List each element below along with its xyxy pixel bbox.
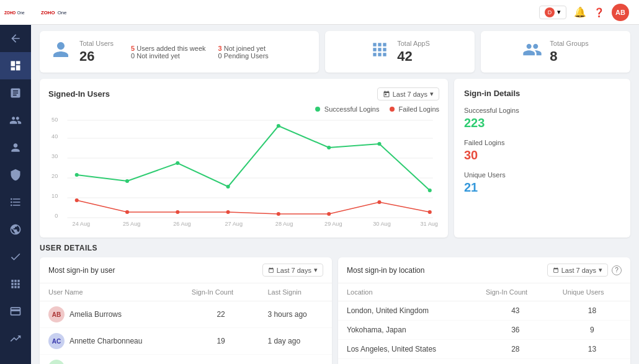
sidebar-item-roles[interactable] [0, 161, 31, 189]
location-table-filter[interactable]: Last 7 days ▾ [547, 264, 608, 277]
svg-text:26 Aug: 26 Aug [173, 221, 190, 227]
total-apps-card: Total AppS 42 [325, 31, 475, 73]
signin-details-card: Sign-in Details Successful Logins 223 Fa… [454, 79, 630, 237]
location-signin-table: Location Sign-In Count Unique Users Lond… [338, 283, 630, 364]
svg-text:10: 10 [51, 193, 58, 199]
sidebar-item-groups[interactable] [0, 107, 31, 134]
svg-text:27 Aug: 27 Aug [225, 221, 243, 227]
sidebar-item-reports[interactable] [0, 79, 31, 107]
svg-text:29 Aug: 29 Aug [324, 221, 342, 227]
col-unique-users: Unique Users [554, 283, 630, 301]
sidebar-item-analytics[interactable] [0, 325, 31, 352]
failed-logins-value: 30 [464, 148, 620, 162]
users-join-info: 3 Not joined yet 0 Pending Users [218, 45, 269, 60]
avatar: AB [48, 306, 65, 322]
notification-bell[interactable]: 🔔 [574, 6, 586, 18]
sidebar-item-globe[interactable] [0, 216, 31, 243]
location-count-cell: 43 [477, 301, 554, 321]
location-count-cell: 17 [477, 359, 554, 365]
col-last-signin: Last Signin [259, 283, 332, 301]
svg-point-39 [428, 210, 432, 214]
col-location-count: Sign-In Count [477, 283, 554, 301]
not-invited-row: 0 Not invited yet [131, 52, 205, 60]
not-joined-label: Not joined yet [224, 45, 266, 52]
svg-text:One: One [58, 9, 67, 15]
dropdown-arrow: ▾ [557, 8, 561, 16]
svg-point-35 [226, 210, 230, 214]
sidebar-logo: ZOHO One [0, 0, 31, 25]
user-table-filter[interactable]: Last 7 days ▾ [262, 264, 323, 277]
avatar: EB [48, 360, 65, 364]
failed-legend-label: Failed Logins [399, 105, 439, 113]
location-cell: Yokohama, Japan [338, 321, 477, 340]
sidebar-item-directory[interactable] [0, 189, 31, 216]
last-signin-cell: 1 day ago [259, 328, 332, 355]
sidebar-item-users[interactable] [0, 134, 31, 161]
table-row: Chennai, India 17 2 [338, 359, 630, 365]
content-area: Total Users 26 5 Users added this week 0… [31, 25, 639, 364]
pending-count: 0 [218, 52, 222, 60]
sidebar-item-apps[interactable] [0, 270, 31, 298]
successful-logins-value: 223 [464, 116, 620, 130]
most-signin-location-card: Most sign-in by location Last 7 days ▾ ? [338, 257, 630, 364]
not-joined-row: 3 Not joined yet [218, 45, 269, 52]
sidebar-item-back[interactable] [0, 25, 31, 52]
unique-users-label: Unique Users [464, 171, 620, 179]
table-row: London, United Kingdom 43 18 [338, 301, 630, 321]
apps-icon [370, 40, 390, 64]
total-groups-info: Total Groups 8 [550, 40, 588, 64]
location-cell: Chennai, India [338, 359, 477, 365]
users-added: 5 Users added this week [131, 45, 205, 52]
chart-svg: 0 10 20 30 40 50 24 Aug 25 Aug 2 [48, 115, 439, 227]
added-count: 5 [131, 45, 135, 52]
total-apps-value: 42 [397, 48, 430, 64]
location-header-right: Last 7 days ▾ ? [547, 264, 622, 277]
profile-dropdown[interactable]: D ▾ [539, 6, 566, 19]
unique-users-stat: Unique Users 21 [464, 171, 620, 195]
svg-point-31 [428, 189, 432, 192]
location-cell: Los Angeles, United States [338, 340, 477, 359]
table-row: Yokohama, Japan 36 9 [338, 321, 630, 340]
tables-row: Most sign-in by user Last 7 days ▾ User … [40, 257, 630, 364]
user-avatar[interactable]: AB [612, 4, 629, 21]
sidebar: ZOHO One [0, 0, 31, 364]
user-signin-table: User Name Sign-In Count Last Signin AB A… [40, 283, 332, 364]
topbar-actions: D ▾ 🔔 ❓ AB [539, 4, 629, 21]
svg-point-37 [327, 212, 331, 216]
added-label: Users added this week [136, 45, 205, 52]
user-name-cell: AB Amelia Burrows [40, 301, 183, 328]
failed-legend: Failed Logins [390, 105, 440, 113]
unique-users-cell: 13 [554, 340, 630, 359]
sidebar-item-integration[interactable] [0, 298, 31, 325]
sidebar-item-security[interactable] [0, 243, 31, 270]
signin-count-cell: 22 [183, 301, 259, 328]
chart-date-filter[interactable]: Last 7 days ▾ [377, 87, 439, 100]
svg-point-38 [377, 200, 381, 204]
svg-text:28 Aug: 28 Aug [275, 221, 293, 227]
svg-text:30 Aug: 30 Aug [373, 221, 390, 227]
svg-point-29 [327, 146, 331, 149]
svg-point-25 [125, 179, 129, 183]
svg-text:50: 50 [51, 117, 58, 123]
signin-details-title: Sign-in Details [464, 89, 620, 98]
col-location: Location [338, 283, 477, 301]
successful-logins-label: Successful Logins [464, 107, 620, 114]
svg-text:40: 40 [51, 133, 58, 140]
user-details-title: USER DETAILS [40, 244, 630, 252]
location-table-header: Most sign-in by location Last 7 days ▾ ? [338, 257, 630, 283]
chart-filter-label: Last 7 days [393, 91, 427, 98]
user-name-cell: EB Eamon Bassett [40, 355, 183, 365]
sidebar-item-dashboard[interactable] [0, 52, 31, 79]
svg-text:24 Aug: 24 Aug [73, 221, 90, 227]
location-help-icon[interactable]: ? [612, 265, 622, 275]
total-groups-value: 8 [550, 48, 588, 64]
total-apps-label: Total AppS [397, 40, 430, 47]
last-signin-cell: 3 hours ago [259, 301, 332, 328]
svg-point-28 [277, 124, 280, 128]
svg-text:0: 0 [55, 213, 58, 219]
not-invited-count: 0 [131, 52, 135, 60]
failed-logins-stat: Failed Logins 30 [464, 139, 620, 162]
unique-users-cell: 2 [554, 359, 630, 365]
help-icon[interactable]: ❓ [594, 7, 604, 17]
user-name-cell: AC Annette Charbonneau [40, 328, 183, 355]
